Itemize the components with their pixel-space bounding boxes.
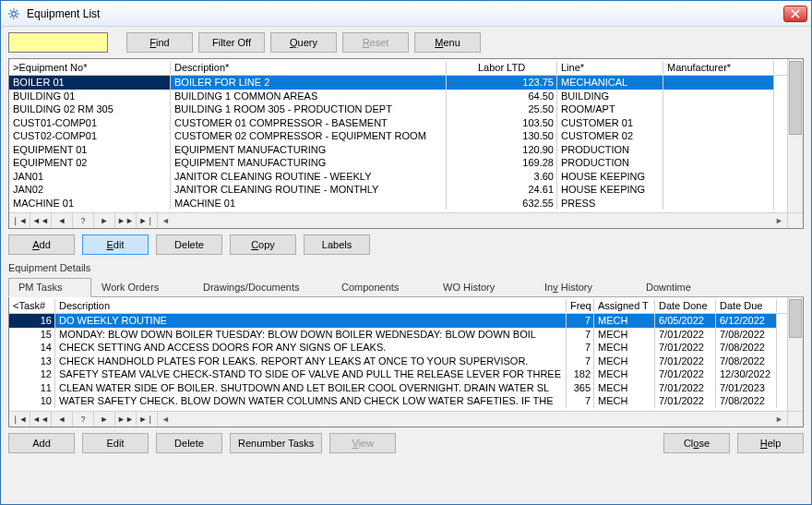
window-title: Equipment List bbox=[27, 7, 782, 20]
equipment-list-window: Equipment List Find Filter Off Query Res… bbox=[0, 0, 812, 505]
tasks-nav-prev[interactable]: ◄ bbox=[52, 412, 73, 427]
tab-inv-history[interactable]: Inv History bbox=[534, 278, 636, 297]
col-task-no[interactable]: <Task# bbox=[9, 299, 55, 312]
footer-edit-button[interactable]: Edit bbox=[82, 433, 149, 453]
top-toolbar: Find Filter Off Query Reset Menu bbox=[8, 32, 804, 53]
equipment-row[interactable]: JAN01JANITOR CLEANING ROUTINE - WEEKLY3.… bbox=[9, 170, 803, 184]
tasks-nav-next-page[interactable]: ►► bbox=[115, 412, 137, 427]
reset-button[interactable]: Reset bbox=[342, 32, 409, 53]
add-button[interactable]: Add bbox=[8, 234, 75, 255]
equipment-nav-buttons: ❘◄ ◄◄ ◄ ? ► ►► ►❘ bbox=[9, 212, 158, 228]
pm-tasks-grid[interactable]: <Task# Description Freq Assigned T Date … bbox=[8, 297, 804, 427]
edit-button[interactable]: Edit bbox=[82, 234, 149, 255]
menu-button[interactable]: Menu bbox=[414, 32, 481, 53]
col-equipment-no[interactable]: >Equipment No* bbox=[9, 61, 171, 74]
col-task-description[interactable]: Description bbox=[55, 299, 567, 312]
view-button[interactable]: View bbox=[329, 433, 396, 453]
tasks-nav-last[interactable]: ►❘ bbox=[137, 412, 158, 427]
svg-line-5 bbox=[10, 9, 12, 11]
copy-button[interactable]: Copy bbox=[230, 234, 296, 255]
equipment-grid[interactable]: >Equipment No* Description* Labor LTD Li… bbox=[8, 58, 804, 229]
task-row[interactable]: 11CLEAN WATER SIDE OF BOILER. SHUTDOWN A… bbox=[9, 381, 803, 395]
equipment-details-label: Equipment Details bbox=[8, 262, 804, 273]
tasks-nav-prev-page[interactable]: ◄◄ bbox=[30, 412, 52, 427]
tab-components[interactable]: Components bbox=[331, 278, 433, 297]
search-input[interactable] bbox=[8, 32, 108, 53]
nav-first[interactable]: ❘◄ bbox=[9, 213, 30, 228]
titlebar: Equipment List bbox=[1, 1, 811, 27]
equipment-row[interactable]: BUILDING 02 RM 305BUILDING 1 ROOM 305 - … bbox=[9, 102, 803, 116]
equipment-hscrollbar[interactable]: ◄► bbox=[158, 212, 787, 228]
svg-point-0 bbox=[12, 11, 17, 16]
tasks-nav-next[interactable]: ► bbox=[94, 412, 115, 427]
tasks-nav-first[interactable]: ❘◄ bbox=[9, 412, 30, 427]
nav-next[interactable]: ► bbox=[94, 213, 115, 228]
pm-tasks-grid-header: <Task# Description Freq Assigned T Date … bbox=[9, 297, 803, 314]
close-button[interactable]: Close bbox=[663, 433, 730, 453]
close-window-button[interactable] bbox=[783, 6, 807, 22]
tasks-nav-buttons: ❘◄ ◄◄ ◄ ? ► ►► ►❘ bbox=[9, 411, 158, 427]
tab-wo-history[interactable]: WO History bbox=[433, 278, 534, 297]
help-button[interactable]: Help bbox=[737, 433, 804, 453]
nav-last[interactable]: ►❘ bbox=[137, 213, 158, 228]
delete-button[interactable]: Delete bbox=[156, 234, 222, 255]
nav-prev[interactable]: ◄ bbox=[52, 213, 73, 228]
svg-line-8 bbox=[16, 9, 18, 11]
tasks-nav-q[interactable]: ? bbox=[73, 412, 94, 427]
footer-toolbar: Add Edit Delete Renumber Tasks View Clos… bbox=[8, 433, 804, 453]
task-row[interactable]: 13CHECK HANDHOLD PLATES FOR LEAKS. REPOR… bbox=[9, 355, 803, 368]
find-button[interactable]: Find bbox=[126, 32, 193, 53]
filter-off-button[interactable]: Filter Off bbox=[198, 32, 265, 53]
equipment-row[interactable]: CUST02-COMP01CUSTOMER 02 COMPRESSOR - EQ… bbox=[9, 129, 803, 143]
equipment-row[interactable]: EQUIPMENT 02EQUIPMENT MANUFACTURING169.2… bbox=[9, 156, 803, 170]
equipment-grid-header: >Equipment No* Description* Labor LTD Li… bbox=[9, 59, 803, 76]
svg-line-6 bbox=[16, 16, 18, 18]
details-tabs: PM Tasks Work Orders Drawings/Documents … bbox=[8, 277, 804, 297]
task-row[interactable]: 12SAFETY STEAM VALVE CHECK-STAND TO SIDE… bbox=[9, 367, 803, 381]
equipment-row[interactable]: BOILER 01BOILER FOR LINE 2123.75MECHANIC… bbox=[9, 76, 803, 90]
equipment-row[interactable]: BUILDING 01BUILDING 1 COMMON AREAS64.50B… bbox=[9, 90, 803, 103]
col-line[interactable]: Line* bbox=[557, 61, 663, 74]
equipment-row[interactable]: CUST01-COMP01CUSTOMER 01 COMPRESSOR - BA… bbox=[9, 116, 803, 130]
task-row[interactable]: 15MONDAY: BLOW DOWN BOILER TUESDAY: BLOW… bbox=[9, 328, 803, 342]
nav-q[interactable]: ? bbox=[73, 213, 94, 228]
equipment-row[interactable]: EQUIPMENT 01EQUIPMENT MANUFACTURING120.9… bbox=[9, 143, 803, 157]
col-assigned[interactable]: Assigned T bbox=[594, 299, 655, 312]
tab-work-orders[interactable]: Work Orders bbox=[91, 278, 193, 297]
gear-icon bbox=[6, 6, 21, 21]
nav-next-page[interactable]: ►► bbox=[115, 213, 137, 228]
task-row[interactable]: 14CHECK SETTING AND ACCESS DOORS FOR ANY… bbox=[9, 341, 803, 355]
tasks-vscrollbar[interactable] bbox=[787, 297, 803, 411]
equipment-vscrollbar[interactable] bbox=[787, 59, 803, 212]
col-description[interactable]: Description* bbox=[171, 61, 447, 74]
tab-downtime[interactable]: Downtime bbox=[636, 278, 737, 297]
footer-delete-button[interactable]: Delete bbox=[156, 433, 222, 453]
tasks-hscrollbar[interactable]: ◄► bbox=[158, 411, 787, 427]
task-row[interactable]: 10WATER SAFETY CHECK. BLOW DOWN WATER CO… bbox=[9, 394, 803, 408]
col-date-done[interactable]: Date Done bbox=[655, 299, 716, 312]
svg-line-7 bbox=[10, 16, 12, 18]
renumber-tasks-button[interactable]: Renumber Tasks bbox=[230, 433, 322, 453]
col-freq[interactable]: Freq bbox=[567, 299, 594, 312]
equipment-row[interactable]: JAN02JANITOR CLEANING ROUTINE - MONTHLY2… bbox=[9, 183, 803, 197]
tab-pm-tasks[interactable]: PM Tasks bbox=[8, 278, 91, 297]
col-manufacturer[interactable]: Manufacturer* bbox=[663, 61, 774, 74]
col-date-due[interactable]: Date Due bbox=[716, 299, 777, 312]
equipment-row[interactable]: MACHINE 01MACHINE 01632.55PRESS bbox=[9, 197, 803, 210]
tab-drawings-documents[interactable]: Drawings/Documents bbox=[193, 278, 331, 297]
col-labor-ltd[interactable]: Labor LTD bbox=[447, 61, 557, 74]
footer-add-button[interactable]: Add bbox=[8, 433, 75, 453]
labels-button[interactable]: Labels bbox=[304, 234, 370, 255]
task-row[interactable]: 16DO WEEKLY ROUTINE7MECH6/05/20226/12/20… bbox=[9, 314, 803, 328]
equipment-actions: Add Edit Delete Copy Labels bbox=[8, 234, 804, 255]
nav-prev-page[interactable]: ◄◄ bbox=[30, 213, 52, 228]
query-button[interactable]: Query bbox=[270, 32, 337, 53]
